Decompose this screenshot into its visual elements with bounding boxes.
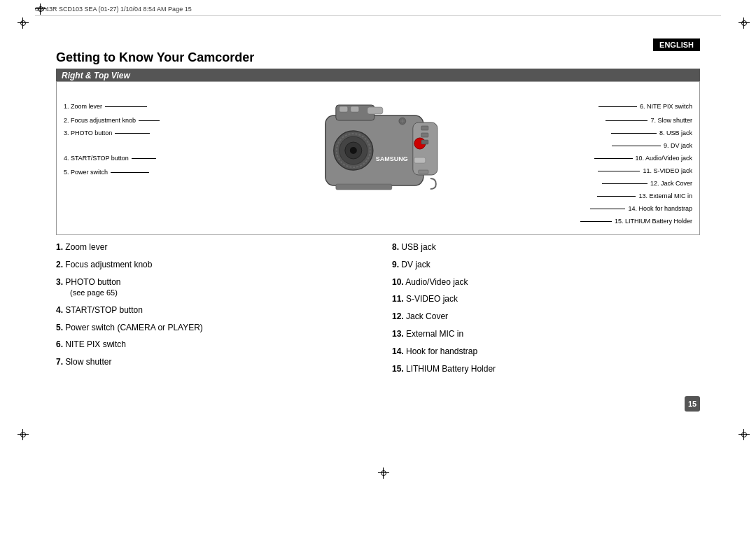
label-audio-video: 10. Audio/Video jack: [594, 155, 692, 162]
list-item: 8. USB jack: [392, 241, 700, 253]
svg-rect-14: [421, 126, 428, 130]
list-item: 13. External MIC in: [392, 328, 700, 340]
svg-rect-17: [419, 170, 428, 174]
list-item: 7. Slow shutter: [56, 356, 364, 368]
list-item: 9. DV jack: [392, 259, 700, 271]
label-handstrap: 14. Hook for handstrap: [590, 205, 692, 212]
diagram-container: 1. Zoom lever 2. Focus adjustment knob 3…: [56, 81, 700, 235]
items-section: 1. Zoom lever 2. Focus adjustment knob 3…: [56, 241, 700, 380]
svg-rect-16: [421, 140, 428, 144]
list-item: 2. Focus adjustment knob: [56, 259, 364, 271]
list-item: 12. Jack Cover: [392, 311, 700, 323]
list-item: 5. Power switch (CAMERA or PLAYER): [56, 322, 364, 334]
page-title: Getting to Know Your Camcorder: [56, 50, 254, 65]
list-item: 10. Audio/Video jack: [392, 276, 700, 288]
list-item: 4. START/STOP button: [56, 304, 364, 316]
list-item: 1. Zoom lever: [56, 241, 364, 253]
section-header: Right & Top View: [56, 69, 700, 83]
label-lithium-battery: 15. LITHIUM Battery Holder: [580, 218, 692, 225]
svg-text:SAMSUNG: SAMSUNG: [376, 155, 408, 162]
header-bar: 00743R SCD103 SEA (01-27) 1/10/04 8:54 A…: [35, 6, 721, 16]
label-photo-btn: 3. PHOTO button: [64, 129, 150, 136]
label-usb-jack: 8. USB jack: [611, 129, 692, 136]
camcorder-diagram: SAMSUNG: [284, 87, 465, 227]
label-ext-mic: 13. External MIC in: [597, 192, 692, 199]
svg-point-5: [350, 147, 357, 154]
label-power-switch: 5. Power switch: [64, 169, 149, 176]
svg-rect-10: [351, 106, 359, 112]
svg-rect-11: [414, 157, 426, 163]
label-dv-jack: 9. DV jack: [612, 142, 692, 149]
label-focus-adj: 2. Focus adjustment knob: [64, 117, 160, 124]
label-slow-shutter: 7. Slow shutter: [606, 117, 692, 124]
label-start-stop: 4. START/STOP button: [64, 155, 156, 162]
list-item: 3. PHOTO button (see page 65): [56, 276, 364, 299]
header-text: 00743R SCD103 SEA (01-27) 1/10/04 8:54 A…: [35, 6, 192, 13]
items-col-right: 8. USB jack 9. DV jack 10. Audio/Video j…: [392, 241, 700, 380]
list-item: 14. Hook for handstrap: [392, 346, 700, 358]
list-item: 6. NITE PIX switch: [56, 339, 364, 351]
svg-rect-18: [336, 184, 392, 190]
list-item: 15. LITHIUM Battery Holder: [392, 363, 700, 375]
label-svideo: 11. S-VIDEO jack: [598, 167, 692, 174]
svg-rect-9: [340, 106, 348, 112]
items-col-left: 1. Zoom lever 2. Focus adjustment knob 3…: [56, 241, 364, 380]
header-reg-mark: [35, 3, 46, 15]
label-zoom-lever: 1. Zoom lever: [64, 103, 147, 110]
label-nite-pix: 6. NITE PIX switch: [598, 103, 692, 110]
svg-rect-15: [421, 133, 428, 137]
language-badge: ENGLISH: [653, 38, 700, 51]
page-number: 15: [685, 396, 700, 412]
label-jack-cover: 12. Jack Cover: [602, 180, 692, 187]
svg-rect-12: [368, 107, 383, 114]
list-item: 11. S-VIDEO jack: [392, 293, 700, 305]
